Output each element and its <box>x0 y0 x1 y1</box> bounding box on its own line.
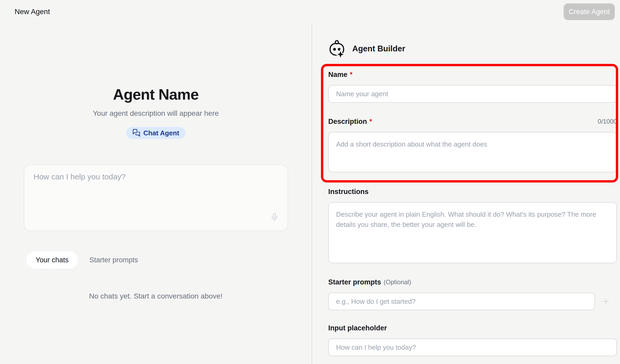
description-field-section: Description* 0/1000 <box>328 117 617 173</box>
chat-bubbles-icon <box>132 129 140 137</box>
robot-icon <box>328 40 345 58</box>
chat-message-input[interactable] <box>24 165 288 230</box>
main-content: Agent Name Your agent description will a… <box>0 23 620 364</box>
chat-agent-badge: Chat Agent <box>126 127 186 139</box>
starter-prompts-section: Starter prompts (Optional) <box>328 278 617 310</box>
builder-title: Agent Builder <box>352 44 405 53</box>
description-label: Description* <box>328 118 372 126</box>
starter-prompt-input[interactable] <box>328 293 595 310</box>
optional-hint: (Optional) <box>384 278 411 286</box>
starter-prompts-label: Starter prompts <box>328 278 381 286</box>
agent-name-heading: Agent Name <box>113 86 198 103</box>
instructions-textarea[interactable] <box>328 202 617 263</box>
character-counter: 0/1000 <box>598 118 617 125</box>
agent-preview-panel: Agent Name Your agent description will a… <box>0 23 312 364</box>
required-asterisk: * <box>369 118 372 125</box>
input-placeholder-section: Input placeholder <box>328 324 617 356</box>
input-placeholder-input[interactable] <box>328 338 617 356</box>
name-label: Name* <box>328 71 352 79</box>
header: New Agent Create Agent <box>0 0 620 23</box>
chat-input-card <box>24 165 288 231</box>
required-asterisk: * <box>350 71 353 78</box>
agent-builder-panel: Agent Builder Name* Description* 0/1000 <box>312 23 620 364</box>
empty-chats-message: No chats yet. Start a conversation above… <box>89 292 222 300</box>
tab-your-chats[interactable]: Your chats <box>26 251 78 269</box>
agent-description-text: Your agent description will appear here <box>93 109 219 118</box>
tab-starter-prompts[interactable]: Starter prompts <box>89 256 138 264</box>
preview-tabs: Your chats Starter prompts <box>24 251 288 269</box>
instructions-field-section: Instructions <box>328 187 617 264</box>
name-input[interactable] <box>328 85 617 103</box>
input-placeholder-label: Input placeholder <box>328 324 387 332</box>
page-title: New Agent <box>15 8 50 16</box>
add-prompt-button[interactable] <box>595 298 617 305</box>
microphone-icon[interactable] <box>270 213 279 221</box>
name-field-section: Name* <box>328 70 617 103</box>
instructions-label: Instructions <box>328 188 369 196</box>
create-agent-button[interactable]: Create Agent <box>564 3 615 20</box>
description-textarea[interactable] <box>328 132 617 172</box>
builder-header: Agent Builder <box>328 40 617 57</box>
chat-agent-badge-label: Chat Agent <box>143 129 179 137</box>
